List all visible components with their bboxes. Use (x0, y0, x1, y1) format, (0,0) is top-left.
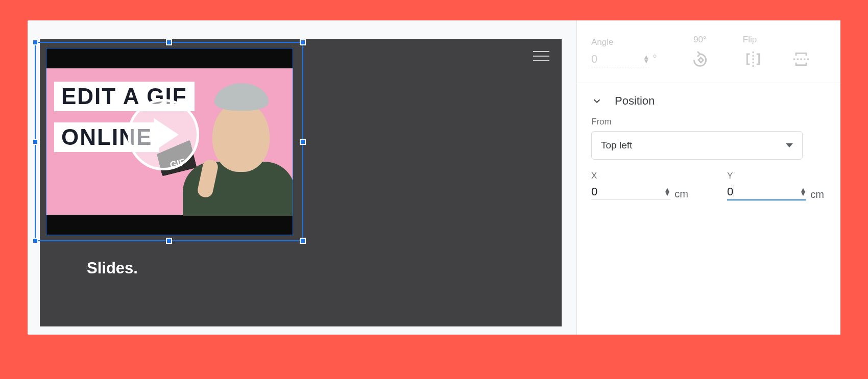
resize-handle-tc[interactable] (166, 39, 172, 45)
app-frame: Slides. EDIT A GIF ONLINE GIF (28, 20, 840, 335)
rotation-section: Angle 0 ▲▼ ° 90° Flip (577, 27, 840, 83)
rotate-90-icon[interactable] (690, 49, 710, 69)
x-unit: cm (674, 188, 688, 200)
angle-label: Angle (591, 37, 657, 47)
from-select[interactable]: Top left (591, 131, 803, 160)
position-section-header[interactable]: Position (577, 83, 840, 112)
selection-box[interactable] (35, 42, 303, 241)
resize-handle-tl[interactable] (32, 39, 38, 45)
properties-panel: Angle 0 ▲▼ ° 90° Flip (576, 20, 840, 335)
position-title: Position (615, 94, 655, 108)
angle-value: 0 (591, 53, 640, 66)
x-input[interactable]: 0 ▲▼ (591, 185, 670, 200)
resize-handle-mr[interactable] (300, 139, 306, 145)
x-label: X (591, 171, 688, 181)
resize-handle-ml[interactable] (32, 139, 38, 145)
angle-input[interactable]: 0 ▲▼ (591, 52, 649, 67)
x-stepper[interactable]: ▲▼ (664, 188, 670, 196)
y-stepper[interactable]: ▲▼ (800, 188, 806, 196)
resize-handle-tr[interactable] (300, 39, 306, 45)
from-label: From (591, 117, 826, 127)
chevron-down-icon (591, 95, 602, 107)
y-label: Y (727, 171, 824, 181)
flip-label: Flip (743, 35, 757, 45)
x-value: 0 (591, 185, 660, 198)
slide-canvas-area[interactable]: Slides. EDIT A GIF ONLINE GIF (28, 20, 576, 335)
svg-rect-0 (698, 58, 703, 62)
resize-handle-bc[interactable] (166, 238, 172, 244)
resize-handle-bl[interactable] (32, 238, 38, 244)
slide-text: Slides. (87, 258, 138, 279)
angle-stepper[interactable]: ▲▼ (643, 55, 649, 63)
flip-vertical-icon[interactable] (791, 49, 811, 69)
text-caret (734, 185, 734, 197)
y-input[interactable]: 0 ▲▼ (727, 185, 806, 200)
rotate-90-label: 90° (693, 35, 707, 45)
from-value: Top left (601, 140, 632, 151)
y-value: 0 (727, 185, 795, 198)
degree-symbol: ° (653, 53, 657, 66)
y-unit: cm (810, 189, 824, 200)
flip-horizontal-icon[interactable] (743, 49, 763, 69)
hamburger-icon[interactable] (533, 51, 549, 61)
resize-handle-br[interactable] (300, 238, 306, 244)
dropdown-triangle-icon (786, 143, 793, 147)
